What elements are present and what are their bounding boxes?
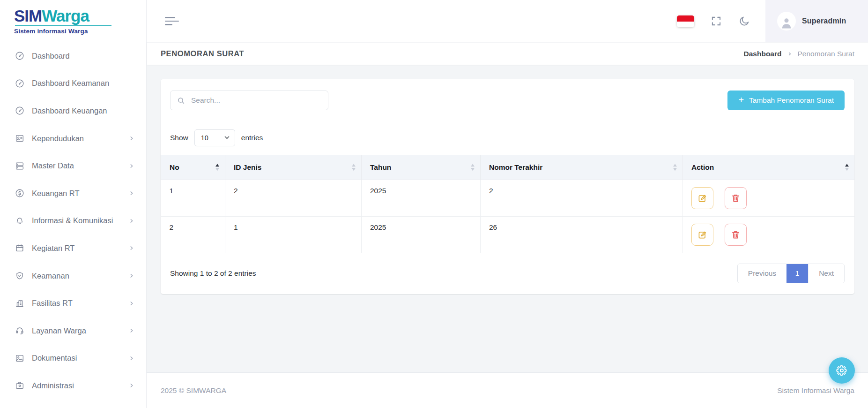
- brand-name: SIMWarga: [14, 8, 146, 24]
- sidebar-item[interactable]: Keuangan RT: [0, 180, 146, 207]
- sort-arrows-icon: [673, 164, 677, 171]
- sidebar-menu: Dashboard Dashboard Keamanan Dashboard K…: [0, 42, 146, 400]
- footer-tagline: Sistem Informasi Warga: [777, 386, 854, 395]
- cell-tahun: 2025: [362, 180, 481, 216]
- pagination-next-button[interactable]: Next: [808, 264, 844, 283]
- sidebar-item-icon: [15, 325, 25, 336]
- column-header-label: Action: [691, 163, 714, 171]
- add-penomoran-surat-button[interactable]: + Tambah Penomoran Surat: [727, 91, 845, 110]
- sidebar-item-label: Dashboard: [32, 52, 128, 60]
- brand-name-suffix: Warga: [42, 7, 89, 25]
- add-button-label: Tambah Penomoran Surat: [749, 96, 834, 105]
- sidebar-item[interactable]: Layanan Warga: [0, 317, 146, 345]
- sidebar-item[interactable]: Dashboard Keamanan: [0, 70, 146, 98]
- sidebar-item[interactable]: Dashboard: [0, 42, 146, 70]
- column-header[interactable]: Tahun: [362, 155, 481, 180]
- brand-name-prefix: SIM: [14, 7, 42, 25]
- sidebar-item[interactable]: Dokumentasi: [0, 345, 146, 372]
- column-header-label: Nomor Terakhir: [489, 163, 542, 171]
- pagination-page-1-button[interactable]: 1: [786, 264, 808, 283]
- sidebar-item[interactable]: Administrasi: [0, 372, 146, 400]
- sidebar-item-label: Kegiatan RT: [32, 244, 128, 253]
- breadcrumb-parent-link[interactable]: Dashboard: [744, 50, 782, 58]
- content-area: + Tambah Penomoran Surat Show 10 entries: [147, 65, 868, 372]
- user-menu[interactable]: Superadmin: [765, 0, 868, 42]
- column-header[interactable]: Nomor Terakhir: [481, 155, 683, 180]
- sidebar-item-icon: [15, 353, 25, 363]
- sidebar-item-label: Master Data: [32, 161, 128, 170]
- edit-pencil-icon: [697, 229, 708, 240]
- page-size-select[interactable]: 10: [194, 129, 235, 146]
- edit-button[interactable]: [691, 224, 713, 246]
- sidebar-item-label: Keamanan: [32, 272, 128, 280]
- sidebar-item[interactable]: Kependudukan: [0, 125, 146, 152]
- column-header[interactable]: Action: [683, 155, 855, 180]
- sort-arrows-icon: [845, 164, 849, 171]
- chevron-right-icon: [128, 163, 135, 169]
- sidebar-item[interactable]: Keamanan: [0, 262, 146, 290]
- sidebar-item-label: Dashboard Keuangan: [32, 106, 128, 115]
- chevron-right-icon: [128, 382, 135, 389]
- breadcrumb: Dashboard Penomoran Surat: [744, 50, 854, 58]
- chevron-right-icon: [128, 327, 135, 334]
- search-input[interactable]: [170, 91, 328, 110]
- sidebar-item-icon: [15, 271, 25, 281]
- sidebar-item-label: Administrasi: [32, 381, 128, 390]
- cell-nomor-terakhir: 2: [481, 180, 683, 216]
- sidebar-item[interactable]: Informasi & Komunikasi: [0, 207, 146, 235]
- sidebar-item-icon: [15, 51, 25, 61]
- search-box: [170, 91, 328, 110]
- sidebar-item-label: Fasilitas RT: [32, 299, 128, 308]
- sidebar-item-label: Dokumentasi: [32, 354, 128, 363]
- brand-tagline: Sistem informasi Warga: [14, 28, 146, 35]
- topbar: Superadmin: [147, 0, 868, 42]
- sidebar-item-label: Kependudukan: [32, 134, 128, 143]
- sidebar-item[interactable]: Kegiatan RT: [0, 234, 146, 262]
- column-header-label: Tahun: [370, 163, 391, 171]
- brand-underline: [15, 25, 111, 26]
- pagination: Previous 1 Next: [737, 264, 845, 283]
- main-area: Superadmin PENOMORAN SURAT Dashboard Pen…: [147, 0, 868, 408]
- sidebar-item-icon: [15, 133, 25, 144]
- fullscreen-icon[interactable]: [710, 15, 722, 27]
- column-header[interactable]: No: [161, 155, 225, 180]
- table-row: 1 2 2025 2: [161, 180, 855, 216]
- sidebar: SIMWarga Sistem informasi Warga Dashboar…: [0, 0, 147, 408]
- cell-no: 2: [161, 216, 225, 253]
- chevron-right-icon: [128, 272, 135, 279]
- sidebar-item[interactable]: Fasilitas RT: [0, 289, 146, 317]
- sidebar-item[interactable]: Dashboard Keuangan: [0, 97, 146, 125]
- edit-button[interactable]: [691, 187, 713, 209]
- hamburger-menu-icon[interactable]: [163, 15, 181, 27]
- table-footer: Showing 1 to 2 of 2 entries Previous 1 N…: [161, 253, 854, 283]
- sidebar-item-label: Informasi & Komunikasi: [32, 216, 128, 225]
- sidebar-item-label: Dashboard Keamanan: [32, 79, 128, 88]
- breadcrumb-current: Penomoran Surat: [798, 50, 855, 58]
- brand-logo[interactable]: SIMWarga Sistem informasi Warga: [0, 0, 146, 42]
- penomoran-surat-card: + Tambah Penomoran Surat Show 10 entries: [161, 79, 854, 294]
- pagination-previous-button[interactable]: Previous: [738, 264, 786, 283]
- cell-tahun: 2025: [362, 216, 481, 253]
- chevron-right-icon: [128, 190, 135, 196]
- cell-id-jenis: 2: [225, 180, 362, 216]
- column-header[interactable]: ID Jenis: [225, 155, 362, 180]
- table-row: 2 1 2025 26: [161, 216, 855, 253]
- gear-icon: [835, 364, 848, 377]
- sidebar-item-icon: [15, 243, 25, 253]
- sort-arrows-icon: [215, 164, 219, 171]
- breadcrumb-chevron-icon: [787, 51, 793, 57]
- chevron-right-icon: [128, 135, 135, 142]
- sidebar-item-icon: [15, 161, 25, 171]
- page-size-row: Show 10 entries: [170, 129, 845, 147]
- delete-button[interactable]: [725, 187, 747, 209]
- language-flag-icon[interactable]: [677, 15, 694, 27]
- sort-arrows-icon: [471, 164, 475, 171]
- sidebar-item[interactable]: Master Data: [0, 152, 146, 180]
- settings-gear-fab-button[interactable]: [829, 357, 855, 384]
- plus-icon: +: [738, 95, 744, 105]
- delete-button[interactable]: [725, 224, 747, 246]
- card-toolbar: + Tambah Penomoran Surat: [161, 79, 854, 110]
- cell-id-jenis: 1: [225, 216, 362, 253]
- dark-mode-moon-icon[interactable]: [738, 15, 750, 27]
- footer: 2025 © SIMWARGA Sistem Informasi Warga: [147, 372, 868, 408]
